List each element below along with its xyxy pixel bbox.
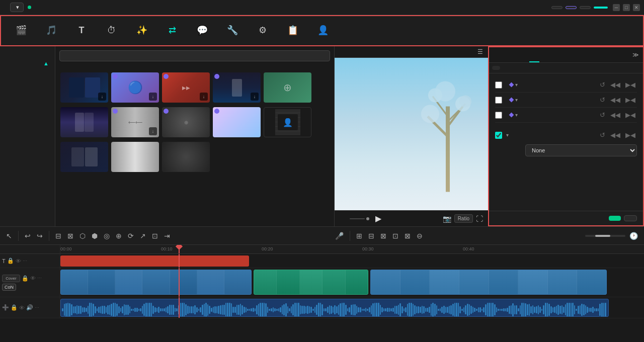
tl-rotate[interactable]: ⟳ — [126, 230, 136, 242]
lut-checkbox[interactable] — [495, 132, 502, 139]
sidebar-item-overlay[interactable] — [2, 83, 53, 89]
transition-blur-zoom-out[interactable]: ⊕ — [162, 107, 210, 139]
toolbar-transitions[interactable]: ⇄ — [157, 17, 187, 44]
auto-adjust-prev[interactable]: ◀◀ — [609, 80, 622, 89]
transition-row3c[interactable] — [162, 142, 210, 174]
transition-bubble-blur[interactable]: 🔵 ↓ — [111, 72, 159, 104]
maximize-button[interactable]: □ — [623, 4, 630, 11]
download-icon[interactable]: ↓ — [98, 93, 106, 101]
toolbar-captions[interactable]: 💬 — [187, 17, 217, 44]
toolbar-effects[interactable]: ✨ — [127, 17, 157, 44]
color-correction-checkbox[interactable] — [495, 112, 502, 119]
transition-row3b[interactable] — [111, 142, 159, 174]
tl-crop3[interactable]: ⊠ — [403, 230, 413, 242]
tl-split-screen3[interactable]: ⊠ — [378, 230, 388, 242]
color-match-prev[interactable]: ◀◀ — [609, 96, 622, 104]
transition-mix[interactable]: ⊕ — [264, 72, 311, 104]
tab-video[interactable] — [489, 47, 499, 62]
lut-prev[interactable]: ◀◀ — [609, 131, 622, 139]
subtab-color-wheel[interactable] — [519, 66, 527, 70]
tl-add[interactable]: ⊕ — [114, 230, 124, 242]
download-icon[interactable]: ↓ — [200, 93, 208, 101]
tl-extend[interactable]: ↗ — [138, 230, 148, 242]
toolbar-templates[interactable]: 📋 — [278, 17, 308, 44]
download-icon[interactable]: ↓ — [251, 93, 259, 101]
minimize-button[interactable]: ─ — [613, 4, 620, 11]
tl-snap[interactable]: ⇥ — [162, 230, 172, 242]
ratio-button[interactable]: Ratio — [454, 214, 473, 223]
toolbar-adjustment[interactable]: ⚙ — [248, 17, 278, 44]
toolbar-text[interactable]: T — [66, 17, 97, 44]
sidebar-item-distortion[interactable] — [2, 122, 53, 128]
audio-track-vol[interactable]: 🔊 — [26, 304, 33, 311]
color-match-reset[interactable]: ↺ — [598, 96, 607, 104]
sidebar-item-glitch[interactable] — [2, 109, 53, 115]
audio-track-add[interactable]: ➕ — [2, 304, 9, 311]
tab-audio[interactable] — [499, 47, 509, 62]
toolbar-audio[interactable]: 🎵 — [36, 17, 66, 44]
color-correction-next[interactable]: ▶◀ — [624, 111, 637, 119]
search-input[interactable] — [59, 50, 330, 61]
toolbar-ai-avatars[interactable]: 👤 — [308, 17, 338, 44]
subtab-hsl[interactable] — [501, 66, 509, 70]
play-button[interactable]: ▶ — [375, 214, 381, 223]
export-button[interactable] — [594, 7, 608, 9]
transition-swipe-left[interactable] — [213, 107, 261, 139]
lut-reset[interactable]: ↺ — [598, 131, 607, 139]
sidebar-item-light-effects[interactable] — [2, 96, 53, 102]
apply-all-button[interactable] — [624, 215, 637, 221]
video-track-more[interactable]: ⋯ — [37, 276, 42, 281]
text-track-lock[interactable]: 🔒 — [7, 258, 14, 264]
text-track-vis[interactable]: 👁 — [16, 258, 21, 264]
text-track-more[interactable]: ⋯ — [23, 259, 27, 264]
video-clip-spring[interactable] — [370, 270, 607, 295]
transition-shake[interactable]: ↓ — [60, 72, 108, 104]
tl-split-screen[interactable]: ⊞ — [354, 230, 364, 242]
subtab-basic[interactable] — [492, 66, 500, 70]
subtab-mask[interactable] — [528, 66, 536, 70]
video-track-lock[interactable]: 🔒 — [22, 275, 29, 282]
color-match-next[interactable]: ▶◀ — [624, 96, 637, 104]
tl-mic[interactable]: 🎤 — [333, 230, 346, 242]
transition-pull-in[interactable] — [60, 107, 108, 139]
sidebar-item-trending[interactable] — [2, 70, 53, 76]
audio-track-more[interactable]: ⋯ — [35, 305, 39, 310]
color-correction-prev[interactable]: ◀◀ — [609, 111, 622, 119]
sidebar-section-transitions[interactable]: ▲ — [0, 57, 55, 69]
fullscreen-icon[interactable]: ⛶ — [476, 215, 483, 223]
close-button[interactable]: ✕ — [633, 4, 640, 11]
shortcuts-button[interactable] — [551, 6, 562, 9]
lut-next[interactable]: ▶◀ — [624, 131, 637, 139]
tl-crop[interactable]: ⬡ — [77, 230, 88, 242]
tl-split-screen2[interactable]: ⊟ — [366, 230, 376, 242]
tl-zoom-track[interactable] — [585, 235, 625, 237]
menu-button[interactable]: ▾ — [10, 3, 24, 12]
video-clip-cherry[interactable] — [254, 270, 368, 295]
sidebar-item-movement[interactable] — [2, 90, 53, 96]
download-icon[interactable]: ↓ — [149, 127, 157, 135]
auto-adjust-checkbox[interactable] — [495, 81, 502, 89]
tab-speed[interactable] — [509, 47, 519, 62]
subtab-curves[interactable] — [510, 66, 518, 70]
toolbar-stickers[interactable]: ⏱ — [97, 17, 127, 44]
tl-undo[interactable]: ↩ — [23, 230, 33, 242]
tab-animation[interactable] — [519, 47, 529, 62]
tl-split2[interactable]: ⊠ — [65, 230, 75, 242]
auto-adjust-reset[interactable]: ↺ — [598, 80, 607, 89]
share-button[interactable] — [580, 6, 591, 9]
tl-link[interactable]: ⊡ — [390, 230, 400, 242]
screenshot-icon[interactable]: 📷 — [443, 215, 451, 223]
tab-more-button[interactable]: ≫ — [628, 47, 643, 62]
color-match-checkbox[interactable] — [495, 97, 502, 104]
sidebar-item-basic[interactable] — [2, 116, 53, 122]
sidebar-item-blur[interactable] — [2, 103, 53, 109]
tl-clock[interactable]: 🕐 — [627, 230, 640, 242]
video-clip-japanese-tree[interactable] — [60, 270, 252, 295]
tl-grid[interactable]: ⊡ — [150, 230, 160, 242]
tab-adjustment[interactable] — [529, 47, 539, 62]
tl-crop2[interactable]: ⬢ — [90, 230, 100, 242]
audio-track-vis[interactable]: 👁 — [19, 305, 25, 311]
toolbar-media[interactable]: 🎬 — [6, 17, 36, 44]
audio-track-lock[interactable]: 🔒 — [11, 304, 18, 311]
tl-redo[interactable]: ↪ — [35, 230, 45, 242]
